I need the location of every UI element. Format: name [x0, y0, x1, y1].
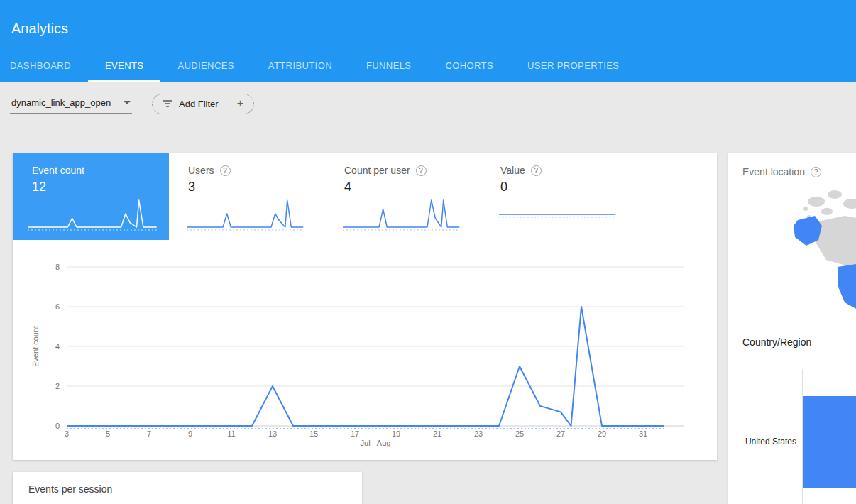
tab-audiences[interactable]: AUDIENCES: [160, 50, 251, 82]
scorecard-value-metric[interactable]: Value ? 0: [481, 153, 637, 240]
svg-text:23: 23: [474, 429, 483, 438]
scorecard-title: Count per user: [344, 165, 410, 176]
plus-icon: +: [237, 99, 243, 109]
scorecard-value: 3: [188, 180, 325, 195]
scorecard-count-per-user[interactable]: Count per user ? 4: [325, 153, 481, 240]
map-region-island: [803, 207, 808, 211]
events-overview-card: Event count 12 Users ? 3 Count per user …: [13, 153, 717, 460]
events-per-session-card: Events per session: [13, 472, 362, 504]
events-per-session-title: Events per session: [13, 472, 362, 495]
map-region-arctic: [808, 197, 825, 207]
svg-text:19: 19: [392, 429, 400, 438]
country-label: United States: [728, 437, 796, 447]
add-filter-label: Add Filter: [179, 99, 219, 109]
y-axis-label: Event count: [30, 267, 41, 426]
tab-funnels[interactable]: FUNNELS: [349, 50, 428, 82]
tab-bar: DASHBOARD EVENTS AUDIENCES ATTRIBUTION F…: [0, 50, 636, 82]
tab-events[interactable]: EVENTS: [88, 50, 160, 82]
scorecard-users[interactable]: Users ? 3: [169, 153, 325, 240]
svg-text:21: 21: [433, 429, 441, 438]
event-count-sparkline: [27, 196, 162, 233]
svg-text:15: 15: [309, 429, 318, 438]
world-map: [738, 180, 856, 325]
svg-text:0: 0: [55, 422, 60, 430]
tab-dashboard[interactable]: DASHBOARD: [0, 50, 88, 82]
scorecard-value: 4: [344, 180, 481, 195]
users-sparkline: [186, 196, 308, 233]
value-sparkline: [498, 196, 620, 233]
scorecard-value: 0: [500, 180, 637, 195]
map-region-arctic: [843, 199, 856, 209]
scorecard-title: Users: [188, 165, 214, 176]
country-bar-chart: United States: [728, 355, 856, 504]
help-icon[interactable]: ?: [220, 165, 231, 176]
app-title: Analytics: [0, 0, 856, 37]
svg-text:25: 25: [515, 429, 524, 438]
help-icon[interactable]: ?: [531, 165, 542, 176]
scorecard-event-count[interactable]: Event count 12: [13, 153, 169, 240]
event-count-chart: Event count 0246835791113151719212325272…: [13, 240, 717, 460]
filter-bar: dynamic_link_app_open Add Filter +: [0, 82, 856, 126]
svg-text:5: 5: [106, 429, 110, 438]
line-chart: 0246835791113151719212325272931: [41, 260, 694, 444]
tab-user-properties[interactable]: USER PROPERTIES: [510, 50, 636, 82]
svg-text:7: 7: [147, 429, 151, 438]
svg-text:27: 27: [556, 429, 565, 438]
scorecard-value: 12: [32, 180, 169, 195]
map-region-united-states: [838, 263, 856, 312]
svg-text:17: 17: [351, 429, 359, 438]
north-america-map: [738, 180, 856, 322]
tab-attribution[interactable]: ATTRIBUTION: [251, 50, 349, 82]
map-region-arctic: [828, 190, 842, 199]
svg-text:13: 13: [268, 429, 277, 438]
add-filter-button[interactable]: Add Filter +: [152, 94, 254, 114]
count-per-user-sparkline: [342, 196, 464, 233]
event-selector-value: dynamic_link_app_open: [11, 97, 111, 108]
event-location-title: Event location: [742, 166, 805, 177]
scorecard-title: Value: [500, 165, 525, 176]
tab-cohorts[interactable]: COHORTS: [428, 50, 510, 82]
event-selector-dropdown[interactable]: dynamic_link_app_open: [10, 94, 132, 114]
map-region-arctic: [821, 208, 833, 215]
svg-text:31: 31: [639, 429, 647, 438]
country-region-header: Country/Region: [728, 336, 856, 348]
scorecard-title: Event count: [32, 165, 84, 176]
svg-text:29: 29: [598, 429, 606, 438]
svg-text:11: 11: [227, 429, 235, 438]
help-icon[interactable]: ?: [811, 167, 821, 177]
map-region-canada: [815, 216, 856, 267]
filter-icon: [163, 99, 172, 108]
svg-text:9: 9: [188, 429, 192, 438]
svg-text:2: 2: [55, 382, 60, 390]
svg-text:8: 8: [55, 263, 60, 271]
app-header: Analytics DASHBOARD EVENTS AUDIENCES ATT…: [0, 0, 856, 82]
svg-text:4: 4: [55, 342, 60, 351]
svg-text:3: 3: [65, 429, 69, 438]
svg-text:6: 6: [55, 302, 60, 311]
chevron-down-icon: [124, 101, 131, 104]
united-states-bar[interactable]: [803, 396, 856, 488]
x-axis-label: Jul - Aug: [67, 439, 684, 447]
event-location-card: Event location ? Country/Region United S…: [728, 153, 856, 504]
help-icon[interactable]: ?: [416, 165, 427, 176]
scorecard-row: Event count 12 Users ? 3 Count per user …: [13, 153, 717, 240]
